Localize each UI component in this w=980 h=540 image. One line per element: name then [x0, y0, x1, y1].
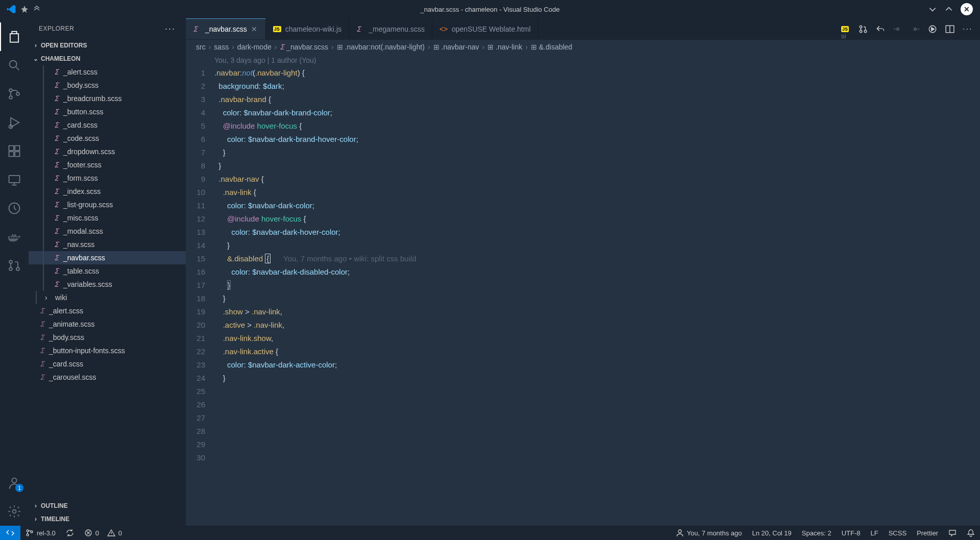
file-row[interactable]: ⵉ_card.scss — [29, 118, 186, 132]
status-spaces[interactable]: Spaces: 2 — [797, 526, 837, 540]
sidebar-more-icon[interactable]: ··· — [165, 23, 176, 34]
file-row[interactable]: ⵉ_form.scss — [29, 171, 186, 185]
file-row[interactable]: ⵉ_navbar.scss — [29, 251, 186, 264]
status-bell[interactable] — [962, 526, 980, 540]
scss-icon: ⵉ — [52, 254, 60, 262]
activity-search[interactable] — [0, 51, 29, 80]
status-blame[interactable]: You, 7 months ago — [671, 526, 747, 540]
file-row[interactable]: ⵉ_footer.scss — [29, 158, 186, 171]
activity-account[interactable]: 1 — [0, 469, 29, 497]
breadcrumb-segment[interactable]: ⊞ .navbar:not(.navbar-light) — [337, 43, 425, 51]
chevron-up-icon[interactable] — [944, 5, 953, 14]
status-branch[interactable]: rel-3.0 — [20, 526, 61, 540]
activity-debug-alt[interactable] — [0, 194, 29, 223]
file-row[interactable]: ⵉ_variables.scss — [29, 278, 186, 291]
editor-area: ⵉ_navbar.scss✕JSchameleon-wiki.jsⵉ_megam… — [186, 18, 980, 526]
split-icon[interactable] — [945, 24, 954, 34]
file-row[interactable]: ⵉ_alert.scss — [29, 304, 186, 317]
file-row[interactable]: ⵉ_index.scss — [29, 185, 186, 198]
file-row[interactable]: ⵉ_modal.scss — [29, 225, 186, 238]
tab[interactable]: <>openSUSE Weblate.html — [432, 18, 538, 39]
file-row[interactable]: ⵉ_breadcrumb.scss — [29, 92, 186, 105]
file-row[interactable]: ⵉ_carousel.scss — [29, 371, 186, 384]
section-project[interactable]: ⌄CHAMELEON — [29, 52, 186, 65]
file-row[interactable]: ⵉ_button-input-fonts.scss — [29, 344, 186, 357]
activity-remote[interactable] — [0, 165, 29, 194]
folder-row[interactable]: ›wiki — [29, 291, 186, 304]
file-name: _form.scss — [63, 174, 98, 182]
breadcrumb-segment[interactable]: src — [196, 43, 206, 51]
scss-icon: ⵉ — [38, 373, 46, 381]
svg-point-25 — [31, 531, 33, 533]
tab-label: _megamenu.scss — [369, 25, 425, 33]
svg-point-12 — [9, 267, 12, 271]
tab[interactable]: ⵉ_navbar.scss✕ — [186, 18, 266, 39]
file-row[interactable]: ⵉ_code.scss — [29, 132, 186, 145]
breadcrumb-segment[interactable]: dark-mode — [237, 43, 272, 51]
file-row[interactable]: ⵉ_animate.scss — [29, 317, 186, 331]
activity-git-pr[interactable] — [0, 251, 29, 280]
tab[interactable]: ⵉ_megamenu.scss — [349, 18, 432, 39]
status-remote[interactable] — [0, 526, 20, 540]
breadcrumb-segment[interactable]: sass — [214, 43, 229, 51]
svg-point-20 — [914, 28, 917, 30]
file-row[interactable]: ⵉ_dropdown.scss — [29, 145, 186, 158]
status-encoding[interactable]: UTF-8 — [837, 526, 866, 540]
file-name: _code.scss — [63, 134, 99, 142]
file-row[interactable]: ⵉ_body.scss — [29, 331, 186, 344]
status-problems[interactable]: 0 0 — [79, 526, 127, 540]
breadcrumb-segment[interactable]: ⵉ _navbar.scss — [280, 43, 328, 51]
activity-settings[interactable] — [0, 497, 29, 526]
breadcrumb-segment[interactable]: ⊞ &.disabled — [531, 43, 572, 51]
section-timeline[interactable]: ›TIMELINE — [29, 512, 186, 526]
scss-icon: ⵉ — [38, 360, 46, 368]
file-name: _breadcrumb.scss — [63, 94, 121, 103]
file-name: _button-input-fonts.scss — [49, 347, 125, 355]
section-label: OPEN EDITORS — [41, 42, 87, 49]
close-icon[interactable]: ✕ — [251, 25, 258, 33]
file-row[interactable]: ⵉ_misc.scss — [29, 211, 186, 225]
breadcrumbs[interactable]: src›sass›dark-mode›ⵉ _navbar.scss›⊞ .nav… — [186, 40, 980, 54]
tab-extra-js[interactable]: JS si — [841, 24, 850, 34]
activity-run-debug[interactable] — [0, 108, 29, 137]
status-prettier[interactable]: Prettier — [912, 526, 943, 540]
status-eol[interactable]: LF — [866, 526, 884, 540]
more-icon[interactable]: ··· — [963, 24, 972, 34]
activity-extensions[interactable] — [0, 137, 29, 165]
status-sync[interactable] — [61, 526, 79, 540]
minimap[interactable] — [929, 66, 980, 526]
scss-icon: ⵉ — [52, 227, 60, 235]
file-row[interactable]: ⵉ_table.scss — [29, 264, 186, 278]
compare-icon[interactable] — [859, 24, 868, 34]
tab[interactable]: JSchameleon-wiki.js — [266, 18, 349, 39]
status-feedback[interactable] — [943, 526, 962, 540]
section-open-editors[interactable]: ›OPEN EDITORS — [29, 39, 186, 52]
breadcrumb-segment[interactable]: ⊞ .nav-link — [487, 43, 522, 51]
undo-icon[interactable] — [876, 24, 885, 34]
chevron-down-icon[interactable] — [928, 5, 937, 14]
breadcrumb-segment[interactable]: ⊞ .navbar-nav — [433, 43, 479, 51]
file-row[interactable]: ⵉ_button.scss — [29, 105, 186, 118]
file-row[interactable]: ⵉ_alert.scss — [29, 65, 186, 79]
file-row[interactable]: ⵉ_list-group.scss — [29, 198, 186, 211]
code-content[interactable]: .navbar:not(.navbar-light) { background:… — [214, 66, 929, 526]
activity-explorer[interactable] — [0, 22, 29, 51]
pin-icon[interactable] — [20, 5, 29, 13]
status-position[interactable]: Ln 20, Col 19 — [747, 526, 797, 540]
run-icon[interactable] — [928, 24, 937, 34]
tabs-actions: JS si ··· — [833, 18, 980, 39]
prev-icon[interactable] — [893, 24, 902, 34]
scss-icon: ⵉ — [52, 121, 60, 129]
chevron-up-double-icon[interactable] — [33, 5, 41, 13]
next-icon[interactable] — [911, 24, 920, 34]
close-button[interactable]: ✕ — [961, 3, 973, 15]
status-language[interactable]: SCSS — [884, 526, 912, 540]
file-row[interactable]: ⵉ_body.scss — [29, 79, 186, 92]
section-outline[interactable]: ›OUTLINE — [29, 499, 186, 512]
activity-source-control[interactable] — [0, 80, 29, 108]
svg-point-0 — [10, 61, 17, 68]
code-editor[interactable]: 1234567891011121314151617181920212223242… — [186, 66, 980, 526]
activity-docker[interactable] — [0, 223, 29, 251]
file-row[interactable]: ⵉ_card.scss — [29, 357, 186, 371]
file-row[interactable]: ⵉ_nav.scss — [29, 238, 186, 251]
